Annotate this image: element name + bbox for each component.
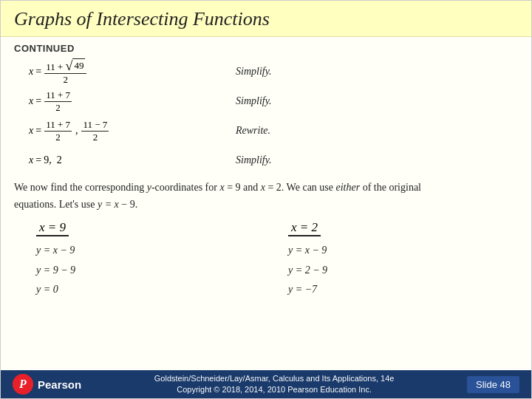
math-right-2: Simplify. xyxy=(221,95,518,107)
pearson-brand: Pearson xyxy=(38,378,81,391)
right-row-3: y = −7 xyxy=(288,280,317,300)
right-col: x = 2 y = x − 9 y = 2 − 9 y = −7 xyxy=(266,220,518,300)
math-right-1: Simplify. xyxy=(221,66,518,78)
math-row-2: x = 11 + 7 2 Simplify. xyxy=(14,88,518,115)
math-row-4: x = 9, 2 Simplify. xyxy=(14,147,518,174)
right-row-2: y = 2 − 9 xyxy=(288,261,327,281)
left-row-3: y = 0 xyxy=(36,280,58,300)
left-row-2: y = 9 − 9 xyxy=(36,261,75,281)
continued-label: CONTINUED xyxy=(14,43,518,54)
math-right-4: Simplify. xyxy=(221,154,518,166)
left-col-title: x = 9 xyxy=(36,220,69,236)
left-col: x = 9 y = x − 9 y = 9 − 9 y = 0 xyxy=(14,220,266,300)
footer-logo: P Pearson xyxy=(13,374,81,395)
lower-section: x = 9 y = x − 9 y = 9 − 9 y = 0 x = 2 y … xyxy=(14,220,518,300)
title-bar: Graphs of Intersecting Functions xyxy=(1,1,531,37)
left-row-1: y = x − 9 xyxy=(36,241,75,261)
math-row-1: x = 11 + √49 2 Simplify. xyxy=(14,58,518,85)
footer-slide-number: Slide 48 xyxy=(467,376,519,393)
math-left-3: x = 11 + 7 2 , 11 − 7 2 xyxy=(14,119,221,143)
slide-content: CONTINUED x = 11 + √49 2 xyxy=(1,37,531,398)
math-left-1: x = 11 + √49 2 xyxy=(14,58,221,85)
pearson-icon: P xyxy=(13,374,33,395)
footer-citation: Goldstein/Schneider/Lay/Asmar, Calculus … xyxy=(154,373,395,396)
math-row-3: x = 11 + 7 2 , 11 − 7 2 Rewrite. xyxy=(14,117,518,144)
math-left-4: x = 9, 2 xyxy=(14,154,221,166)
paragraph-text: We now find the corresponding y-coordina… xyxy=(14,180,518,213)
right-col-title: x = 2 xyxy=(288,220,321,236)
slide-title: Graphs of Intersecting Functions xyxy=(14,8,518,30)
math-right-3: Rewrite. xyxy=(221,125,518,137)
math-left-2: x = 11 + 7 2 xyxy=(14,89,221,113)
right-row-1: y = x − 9 xyxy=(288,241,327,261)
footer: P Pearson Goldstein/Schneider/Lay/Asmar,… xyxy=(1,370,531,398)
slide: Graphs of Intersecting Functions CONTINU… xyxy=(0,0,532,399)
